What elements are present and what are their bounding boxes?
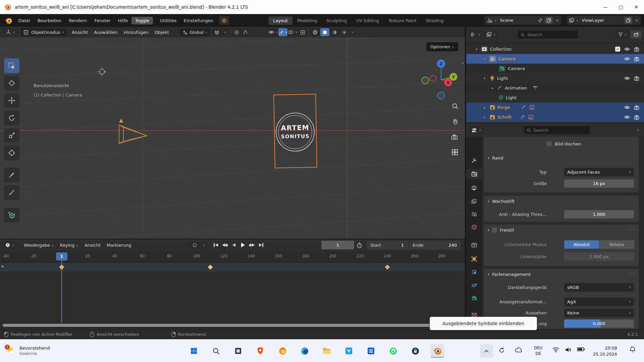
tool-transform[interactable] [4,145,19,160]
outliner-search-field[interactable]: Search [518,31,578,39]
show-overlays-button[interactable]: ∨ [288,28,298,36]
end-frame-field[interactable]: Ende240 [409,241,461,249]
channel-expand-arrow[interactable]: ▸ [2,264,4,268]
clock[interactable]: 20:5925.10.2024 [593,345,617,357]
timeline-menu-wiedergabe[interactable]: Wiedergabe∨ [21,241,57,249]
expand-arrow-icon[interactable]: ▾ [474,47,479,51]
outliner-filter-id-button[interactable]: ∨ [484,31,498,39]
tool-move[interactable] [4,93,19,108]
pin-icon[interactable] [538,18,543,23]
camera-view-button[interactable] [451,133,459,141]
outliner-row-ringe[interactable]: ▸ Ringe [466,103,644,112]
whatsapp-icon[interactable] [386,344,400,358]
aussehen-dropdown[interactable]: Keine∨ [564,309,634,317]
auto-keyframe-button[interactable] [189,241,200,249]
sync-tray-icon[interactable] [498,347,505,354]
expand-arrow-icon[interactable]: ▾ [482,76,487,80]
tab-physics[interactable] [466,280,482,290]
workspace-tab-layout[interactable]: Layout [268,16,292,25]
timeline-menu-ansicht[interactable]: Ansicht [82,241,104,249]
maximize-button[interactable]: ▢ [613,0,629,14]
hide-eye-toggle[interactable] [624,47,630,51]
expand-arrow-icon[interactable]: ▸ [482,115,487,119]
menu-bearbeiten[interactable]: Bearbeiten [34,17,65,24]
outliner-row-collection[interactable]: ▾ Collection ✓ [466,44,644,54]
timeline-menu-keying[interactable]: Keying∨ [57,241,82,249]
menu-rendern[interactable]: Rendern [65,17,91,24]
viewport-menu-ansicht[interactable]: Ansicht [69,28,91,36]
anzeigetransformation-dropdown[interactable]: AgX∨ [564,298,634,306]
relativ-segment[interactable]: Relativ [599,240,634,249]
pan-view-button[interactable] [451,118,459,125]
shading-solid-button[interactable] [320,28,329,36]
jump-to-end-button[interactable] [257,241,265,249]
outliner-row-camera-data[interactable]: Camera [466,64,644,73]
dope-sheet[interactable]: ▸ [0,263,465,323]
timeline-menu-markierung[interactable]: Markierung [104,241,135,249]
copy-scene-button[interactable] [545,17,553,24]
notification-bell-icon[interactable] [629,346,636,353]
freistil-checkbox[interactable] [492,228,497,233]
panel-drag-dots[interactable]: :::: [630,198,635,202]
play-button[interactable] [238,241,247,249]
firefox-browser-icon[interactable] [276,344,289,358]
edge-browser-icon[interactable] [298,344,311,358]
camera-render-toggle[interactable] [634,115,639,120]
snap-target-button[interactable] [212,28,221,36]
panel-drag-dots[interactable]: :::: [630,272,635,275]
zoom-view-button[interactable] [451,103,459,110]
outliner-row-schrift[interactable]: ▸ Schrift [466,112,644,122]
language-indicator[interactable]: DEUDE [534,345,543,357]
outliner-row-light-data[interactable]: Light [466,93,644,103]
minimize-button[interactable]: — [598,0,613,14]
settings-gear-button[interactable] [219,16,229,25]
play-reverse-button[interactable] [229,241,238,249]
copy-viewlayer-button[interactable] [624,17,632,24]
viewlayer-selector[interactable]: ∨ ViewLayer × [567,16,641,25]
new-collection-button[interactable] [631,31,641,39]
hide-eye-toggle[interactable] [624,76,630,80]
camera-render-toggle[interactable] [634,105,639,110]
cloud-tray-icon[interactable] [515,347,523,353]
timeline-scrollbar[interactable] [3,324,463,327]
wifi-icon[interactable] [552,347,559,353]
hide-eye-toggle[interactable] [624,57,630,61]
toggle-xray-button[interactable] [298,28,307,36]
hide-eye-toggle[interactable] [624,115,630,119]
brave-browser-icon[interactable] [254,344,267,358]
next-keyframe-button[interactable] [248,241,256,249]
tool-cursor[interactable] [4,76,19,90]
editor-type-button[interactable]: ∨ [3,28,18,36]
volume-icon[interactable] [565,347,572,353]
collection-checkbox[interactable]: ✓ [615,47,620,52]
tab-world[interactable] [466,222,482,232]
clear-image-row[interactable]: Bild löschen [484,139,639,148]
workspace-tab-shading[interactable]: Shading [421,16,448,25]
shading-rendered-button[interactable] [340,28,349,36]
previous-keyframe-button[interactable] [220,241,229,249]
menu-utilities[interactable]: Utilities [156,17,180,24]
blender-app-icon[interactable] [5,17,12,24]
widgets-button[interactable]: 1 Bevorstehend Gewinne [3,344,53,358]
tab-collection[interactable] [466,240,482,250]
tab-scene[interactable] [466,209,482,219]
navigation-gizmo[interactable]: Z X Y [419,56,463,100]
search-button[interactable] [209,344,223,358]
outliner-filter-button[interactable]: ∨ [615,31,630,39]
properties-editor-type-button[interactable]: ∨ [468,126,484,134]
rand-section-header[interactable]: ▾ Rand [484,154,639,162]
blender-taskbar-icon[interactable] [431,344,444,358]
transform-orientation[interactable]: Global ∨ [180,28,210,36]
outliner-row-camera-object[interactable]: ▾ Camera [466,54,644,64]
camera-render-toggle[interactable] [634,76,639,81]
snap-options-button[interactable]: ∨ [222,28,228,36]
farbmanagement-section-header[interactable]: ▾ Farbmanagement [484,269,639,278]
stopwatch-icon[interactable] [356,242,363,248]
start-button[interactable] [187,344,201,358]
darstellungsgeraet-dropdown[interactable]: sRGB∨ [564,283,634,292]
workspace-tab-sculpting[interactable]: Sculpting [322,16,352,25]
tab-tool[interactable] [466,155,482,165]
remove-viewlayer-icon[interactable]: × [635,18,639,23]
mode-selector[interactable]: Objektmodus ∨ [21,28,67,36]
viewport-menu-objekt[interactable]: Objekt [152,28,172,36]
